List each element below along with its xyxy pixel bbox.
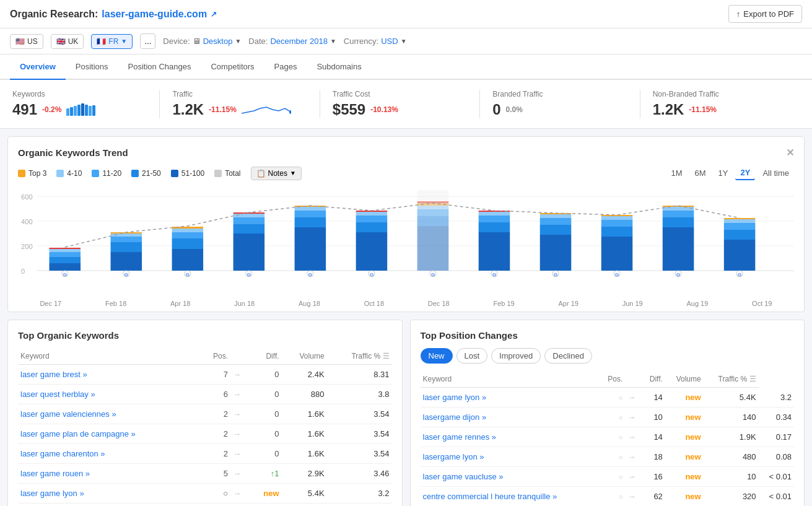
svg-text:G: G	[676, 272, 680, 277]
arrow-cell: →	[625, 408, 642, 427]
keyword-link[interactable]: laser game brest »	[20, 370, 87, 379]
keyword-link[interactable]: laser game lyon »	[423, 393, 487, 402]
bottom-panels: Top Organic Keywords Keyword Pos. Diff. …	[0, 320, 812, 506]
date-value[interactable]: December 2018	[270, 37, 328, 46]
export-button[interactable]: ↑ Export to PDF	[728, 5, 802, 23]
table-row: laser game charenton » 2 → 0 1.6K 3.54	[18, 444, 392, 464]
legend-4-10[interactable]: 4-10	[56, 169, 82, 178]
pos2-cell: 10	[642, 408, 665, 427]
keyword-cell: laser game vaucluse »	[421, 467, 600, 487]
keywords-table: Keyword Pos. Diff. Volume Traffic % ☰ la…	[18, 348, 392, 504]
filter-tab-declined[interactable]: Declined	[544, 348, 592, 364]
svg-rect-22	[172, 229, 204, 232]
diff-cell: 0	[250, 385, 282, 404]
volume-cell: 880	[282, 385, 327, 404]
us-flag: 🇺🇸	[15, 37, 25, 46]
keyword-link[interactable]: centre commercial l heure tranquille »	[423, 492, 557, 501]
pos1-cell: 7	[200, 365, 230, 385]
table-row: laser game vaucluse » ○ → 16 new 10 < 0.…	[421, 467, 795, 487]
traffic-cost-value: $559	[333, 101, 365, 118]
notes-button[interactable]: 📋 Notes ▼	[251, 167, 302, 180]
chart-close-button[interactable]: ✕	[786, 147, 794, 159]
pos1-cell: ○	[600, 427, 625, 447]
legend-11-20[interactable]: 11-20	[92, 169, 121, 178]
keywords-value: 491	[12, 101, 37, 118]
tab-subdomains[interactable]: Subdomains	[307, 55, 371, 80]
svg-rect-67	[724, 230, 756, 240]
table-row: laser game plan de campagne » 2 → 0 1.6K…	[18, 424, 392, 444]
date-control: Date: December 2018 ▼	[248, 37, 336, 46]
tab-competitors[interactable]: Competitors	[201, 55, 264, 80]
table-row: laser game lyon » ○ → 14 new 5.4K 3.2	[421, 388, 795, 408]
keyword-link[interactable]: lasergame lyon »	[423, 452, 484, 461]
legend-21-50[interactable]: 21-50	[131, 169, 161, 178]
nav-tabs: Overview Positions Position Changes Comp…	[0, 55, 812, 80]
pos1-cell: 2	[200, 444, 230, 464]
svg-text:G: G	[186, 272, 190, 277]
time-btn-all[interactable]: All time	[757, 166, 794, 180]
metric-non-branded-traffic: Non-Branded Traffic 1.2K -11.15%	[640, 90, 800, 118]
keyword-cell: laser game lyon »	[421, 388, 600, 408]
volume-cell: 140	[704, 408, 759, 427]
arrow-cell: →	[625, 467, 642, 487]
legend-dot-11-20	[92, 170, 99, 177]
pos1-cell: 2	[200, 404, 230, 424]
diff-cell: new	[665, 408, 704, 427]
region-uk[interactable]: 🇬🇧 UK	[51, 34, 84, 49]
volume-cell: 10	[704, 467, 759, 487]
keyword-link[interactable]: laser game charenton »	[20, 449, 105, 458]
legend-dot-51-100	[171, 170, 178, 177]
legend-total[interactable]: Total	[214, 169, 240, 178]
svg-rect-61	[663, 227, 694, 271]
pos2-cell: 14	[642, 427, 665, 447]
legend-top3[interactable]: Top 3	[18, 169, 46, 178]
tab-positions[interactable]: Positions	[66, 55, 118, 80]
traffic-cell: 0.17	[759, 427, 794, 447]
domain-link[interactable]: laser-game-guide.com	[102, 9, 207, 20]
time-btn-2y[interactable]: 2Y	[735, 166, 755, 180]
tab-position-changes[interactable]: Position Changes	[118, 55, 201, 80]
filter-icon[interactable]: ☰	[383, 352, 390, 360]
legend-51-100[interactable]: 51-100	[171, 169, 204, 178]
time-btn-1m[interactable]: 1M	[666, 166, 687, 180]
traffic-cell: 3.54	[327, 424, 392, 444]
svg-rect-31	[295, 211, 326, 217]
pos1-cell: 2	[200, 424, 230, 444]
time-btn-6m[interactable]: 6M	[690, 166, 711, 180]
keyword-link[interactable]: laser game rouen »	[20, 469, 90, 478]
tab-overview[interactable]: Overview	[10, 55, 66, 80]
region-us[interactable]: 🇺🇸 US	[10, 34, 43, 49]
keyword-link[interactable]: laser game plan de campagne »	[20, 429, 136, 438]
tab-pages[interactable]: Pages	[264, 55, 307, 80]
more-regions-button[interactable]: ...	[140, 33, 155, 49]
pc-col-traffic: Traffic % ☰	[704, 371, 759, 388]
arrow-cell: →	[230, 365, 250, 385]
keyword-link[interactable]: laser game lyon »	[20, 489, 84, 498]
chart-x-labels: Dec 17 Feb 18 Apr 18 Jun 18 Aug 18 Oct 1…	[18, 300, 794, 307]
traffic-cost-change: -10.13%	[370, 105, 398, 114]
svg-rect-70	[724, 218, 756, 219]
currency-value[interactable]: USD	[381, 37, 398, 46]
device-value[interactable]: Desktop	[203, 37, 233, 46]
traffic-cell: 3.46	[327, 464, 392, 484]
keyword-link[interactable]: laser game valenciennes »	[20, 409, 116, 419]
region-fr[interactable]: 🇫🇷 FR ▼	[91, 34, 133, 49]
traffic-change: -11.15%	[209, 105, 237, 114]
legend-dot-top3	[18, 170, 25, 177]
keyword-link[interactable]: laser game vaucluse »	[423, 472, 504, 481]
notes-icon: 📋	[256, 169, 266, 178]
svg-rect-21	[172, 232, 204, 238]
filter-tab-improved[interactable]: Improved	[491, 348, 541, 364]
diff-cell: new	[665, 388, 704, 408]
filter-icon[interactable]: ☰	[749, 375, 756, 383]
keyword-link[interactable]: lasergame dijon »	[423, 412, 487, 422]
time-btn-1y[interactable]: 1Y	[714, 166, 733, 180]
pc-col-diff: Diff.	[642, 371, 665, 388]
filter-tab-new[interactable]: New	[421, 348, 453, 364]
col-arrow	[230, 348, 250, 365]
col-keyword: Keyword	[18, 348, 200, 365]
svg-rect-45	[417, 190, 449, 271]
keyword-link[interactable]: laser game rennes »	[423, 432, 497, 442]
filter-tab-lost[interactable]: Lost	[456, 348, 488, 364]
keyword-link[interactable]: laser quest herblay »	[20, 390, 95, 399]
